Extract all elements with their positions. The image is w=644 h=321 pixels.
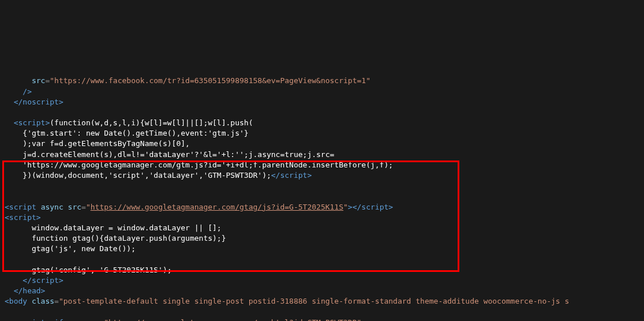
token-tag: <script> <box>14 118 50 127</box>
code-line[interactable]: /> <box>0 87 644 97</box>
token-attr-name: src <box>32 76 45 85</box>
token-attr-value: " <box>343 203 348 211</box>
code-line[interactable]: gtag('config', 'G-5T2025K11S'); <box>0 265 644 275</box>
token-tag: <noscript> <box>5 318 50 321</box>
code-line[interactable]: </noscript> <box>0 97 644 107</box>
code-line[interactable]: })(window,document,'script','dataLayer',… <box>0 170 644 181</box>
code-line[interactable]: {'gtm.start': new Date().getTime(),event… <box>0 128 644 139</box>
token-attr-name: async <box>41 203 68 211</box>
token-text-content: function gtag(){dataLayer.push(arguments… <box>32 234 226 242</box>
token-link: https://www.googletagmanager.com/gtag/js… <box>91 203 343 211</box>
token-text-content: })(window,document,'script','dataLayer',… <box>23 171 271 180</box>
token-tag: </script> <box>23 276 63 285</box>
token-text-content: window.dataLayer = window.dataLayer || [… <box>32 223 222 232</box>
code-line[interactable]: <script>(function(w,d,s,l,i){w[l]=w[l]||… <box>0 118 644 128</box>
token-text-content: j=d.createElement(s),dl=l!='dataLayer'?'… <box>23 150 334 159</box>
token-attr-name: src <box>86 318 99 321</box>
code-viewer[interactable]: src="https://www.facebook.com/tr?id=6350… <box>0 44 644 321</box>
code-line[interactable]: </script> <box>0 275 644 286</box>
code-line[interactable]: </head> <box>0 286 644 296</box>
code-line[interactable]: 'https://www.googletagmanager.com/gtm.js… <box>0 160 644 170</box>
token-text-content: (function(w,d,s,l,i){w[l]=w[l]||[];w[l].… <box>50 118 253 127</box>
token-tag: <body <box>5 297 32 305</box>
code-line[interactable]: window.dataLayer = window.dataLayer || [… <box>0 223 644 233</box>
token-attr-name: class <box>32 297 54 305</box>
code-line[interactable]: <noscript><iframe src="https://www.googl… <box>0 318 644 321</box>
code-lines: src="https://www.facebook.com/tr?id=6350… <box>0 76 644 321</box>
code-line[interactable]: src="https://www.facebook.com/tr?id=6350… <box>0 76 644 86</box>
token-tag: ></script> <box>348 203 393 211</box>
token-punct: = <box>54 297 59 305</box>
token-text-content: {'gtm.start': new Date().getTime(),event… <box>23 129 248 137</box>
token-tag: </script> <box>271 171 312 180</box>
token-text-content: gtag('config', 'G-5T2025K11S'); <box>32 266 172 274</box>
code-line[interactable]: <body class="post-template-default singl… <box>0 296 644 307</box>
token-tag: <script> <box>5 213 41 222</box>
code-line[interactable]: <script async src="https://www.googletag… <box>0 202 644 212</box>
code-line[interactable]: function gtag(){dataLayer.push(arguments… <box>0 233 644 244</box>
token-text-content: );var f=d.getElementsByTagName(s)[0], <box>23 139 190 148</box>
token-attr-value: "post-template-default single single-pos… <box>59 297 569 305</box>
token-text-content: gtag('js', new Date()); <box>32 244 136 253</box>
token-tag: </head> <box>14 286 46 295</box>
token-tag: /> <box>23 87 32 96</box>
token-attr-value: "https://www.facebook.com/tr?id=63505159… <box>50 76 370 85</box>
token-text-content: 'https://www.googletagmanager.com/gtm.js… <box>23 160 393 169</box>
code-line[interactable]: <script> <box>0 212 644 223</box>
code-line[interactable]: j=d.createElement(s),dl=l!='dataLayer'?'… <box>0 150 644 160</box>
code-line[interactable]: gtag('js', new Date()); <box>0 244 644 254</box>
token-tag: <iframe <box>50 318 86 321</box>
token-attr-name: src <box>68 203 81 211</box>
code-line[interactable] <box>0 255 644 265</box>
code-line[interactable] <box>0 191 644 201</box>
token-tag: <script <box>5 203 41 211</box>
token-attr-value: "https://www.googletagmanager.com/ns.htm… <box>104 318 361 321</box>
code-line[interactable] <box>0 107 644 118</box>
code-line[interactable]: );var f=d.getElementsByTagName(s)[0], <box>0 139 644 149</box>
token-tag: </noscript> <box>14 98 63 106</box>
token-attr-value: " <box>86 203 91 211</box>
code-line[interactable] <box>0 307 644 317</box>
token-punct: = <box>81 203 86 211</box>
code-line[interactable] <box>0 181 644 191</box>
